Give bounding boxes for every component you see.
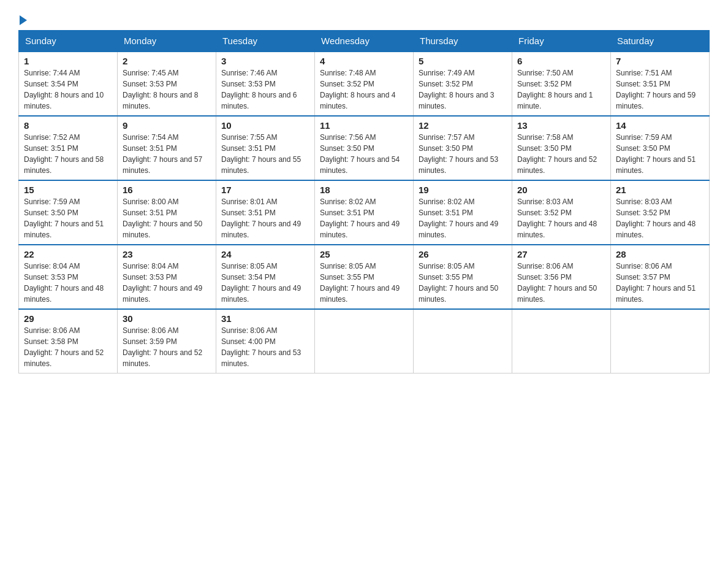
day-number: 22: [24, 249, 112, 259]
table-row: 25 Sunrise: 8:05 AM Sunset: 3:55 PM Dayl…: [315, 245, 414, 309]
day-info: Sunrise: 8:06 AM Sunset: 3:56 PM Dayligh…: [517, 261, 605, 305]
day-number: 18: [320, 185, 408, 195]
day-info: Sunrise: 7:58 AM Sunset: 3:50 PM Dayligh…: [517, 132, 605, 176]
day-info: Sunrise: 7:56 AM Sunset: 3:50 PM Dayligh…: [320, 132, 408, 176]
day-info: Sunrise: 7:59 AM Sunset: 3:50 PM Dayligh…: [616, 132, 704, 176]
table-row: 26 Sunrise: 8:05 AM Sunset: 3:55 PM Dayl…: [414, 245, 512, 309]
day-info: Sunrise: 8:01 AM Sunset: 3:51 PM Dayligh…: [221, 196, 309, 240]
table-row: 3 Sunrise: 7:46 AM Sunset: 3:53 PM Dayli…: [216, 52, 315, 116]
table-row: 31 Sunrise: 8:06 AM Sunset: 4:00 PM Dayl…: [216, 309, 315, 373]
table-row: 9 Sunrise: 7:54 AM Sunset: 3:51 PM Dayli…: [118, 116, 216, 180]
day-number: 26: [419, 249, 507, 259]
logo-arrow-icon: [20, 15, 27, 25]
table-row: 12 Sunrise: 7:57 AM Sunset: 3:50 PM Dayl…: [414, 116, 512, 180]
day-info: Sunrise: 7:44 AM Sunset: 3:54 PM Dayligh…: [24, 67, 112, 112]
day-info: Sunrise: 7:52 AM Sunset: 3:51 PM Dayligh…: [24, 132, 112, 176]
table-row: 28 Sunrise: 8:06 AM Sunset: 3:57 PM Dayl…: [611, 245, 710, 309]
header-tuesday: Tuesday: [216, 31, 315, 52]
day-number: 11: [320, 120, 408, 131]
day-info: Sunrise: 7:45 AM Sunset: 3:53 PM Dayligh…: [123, 67, 211, 112]
table-row: [414, 309, 512, 373]
header-monday: Monday: [118, 31, 216, 52]
page-header: [18, 12, 710, 24]
header-wednesday: Wednesday: [315, 31, 414, 52]
day-info: Sunrise: 8:05 AM Sunset: 3:54 PM Dayligh…: [221, 261, 309, 305]
table-row: 17 Sunrise: 8:01 AM Sunset: 3:51 PM Dayl…: [216, 180, 315, 245]
table-row: 15 Sunrise: 7:59 AM Sunset: 3:50 PM Dayl…: [19, 180, 118, 245]
day-number: 5: [419, 56, 507, 66]
day-number: 13: [517, 120, 605, 131]
day-number: 23: [123, 249, 211, 259]
table-row: 29 Sunrise: 8:06 AM Sunset: 3:58 PM Dayl…: [19, 309, 118, 373]
day-info: Sunrise: 8:02 AM Sunset: 3:51 PM Dayligh…: [320, 196, 408, 240]
day-number: 28: [616, 249, 704, 259]
day-info: Sunrise: 8:06 AM Sunset: 3:58 PM Dayligh…: [24, 325, 112, 369]
logo: [18, 12, 27, 24]
calendar-week-4: 22 Sunrise: 8:04 AM Sunset: 3:53 PM Dayl…: [19, 245, 710, 309]
table-row: 20 Sunrise: 8:03 AM Sunset: 3:52 PM Dayl…: [512, 180, 611, 245]
calendar-week-1: 1 Sunrise: 7:44 AM Sunset: 3:54 PM Dayli…: [19, 52, 710, 116]
day-info: Sunrise: 7:55 AM Sunset: 3:51 PM Dayligh…: [221, 132, 309, 176]
calendar-week-2: 8 Sunrise: 7:52 AM Sunset: 3:51 PM Dayli…: [19, 116, 710, 180]
table-row: 18 Sunrise: 8:02 AM Sunset: 3:51 PM Dayl…: [315, 180, 414, 245]
table-row: 16 Sunrise: 8:00 AM Sunset: 3:51 PM Dayl…: [118, 180, 216, 245]
table-row: 30 Sunrise: 8:06 AM Sunset: 3:59 PM Dayl…: [118, 309, 216, 373]
table-row: 5 Sunrise: 7:49 AM Sunset: 3:52 PM Dayli…: [414, 52, 512, 116]
day-number: 16: [123, 185, 211, 195]
day-number: 2: [123, 56, 211, 66]
table-row: 27 Sunrise: 8:06 AM Sunset: 3:56 PM Dayl…: [512, 245, 611, 309]
day-info: Sunrise: 8:02 AM Sunset: 3:51 PM Dayligh…: [419, 196, 507, 240]
calendar-header-row: Sunday Monday Tuesday Wednesday Thursday…: [19, 31, 710, 52]
table-row: 19 Sunrise: 8:02 AM Sunset: 3:51 PM Dayl…: [414, 180, 512, 245]
logo-blue-part: [18, 15, 27, 24]
header-saturday: Saturday: [611, 31, 710, 52]
day-info: Sunrise: 8:00 AM Sunset: 3:51 PM Dayligh…: [123, 196, 211, 240]
day-number: 21: [616, 185, 704, 195]
day-info: Sunrise: 7:50 AM Sunset: 3:52 PM Dayligh…: [517, 67, 605, 112]
day-info: Sunrise: 8:03 AM Sunset: 3:52 PM Dayligh…: [616, 196, 704, 240]
table-row: [611, 309, 710, 373]
table-row: 10 Sunrise: 7:55 AM Sunset: 3:51 PM Dayl…: [216, 116, 315, 180]
day-number: 24: [221, 249, 309, 259]
header-thursday: Thursday: [414, 31, 512, 52]
day-number: 31: [221, 313, 309, 324]
day-number: 25: [320, 249, 408, 259]
day-number: 9: [123, 120, 211, 131]
day-info: Sunrise: 7:54 AM Sunset: 3:51 PM Dayligh…: [123, 132, 211, 176]
table-row: 22 Sunrise: 8:04 AM Sunset: 3:53 PM Dayl…: [19, 245, 118, 309]
day-info: Sunrise: 7:46 AM Sunset: 3:53 PM Dayligh…: [221, 67, 309, 112]
day-number: 6: [517, 56, 605, 66]
day-info: Sunrise: 7:51 AM Sunset: 3:51 PM Dayligh…: [616, 67, 704, 112]
table-row: 7 Sunrise: 7:51 AM Sunset: 3:51 PM Dayli…: [611, 52, 710, 116]
table-row: 1 Sunrise: 7:44 AM Sunset: 3:54 PM Dayli…: [19, 52, 118, 116]
day-number: 19: [419, 185, 507, 195]
header-friday: Friday: [512, 31, 611, 52]
table-row: 11 Sunrise: 7:56 AM Sunset: 3:50 PM Dayl…: [315, 116, 414, 180]
day-info: Sunrise: 8:03 AM Sunset: 3:52 PM Dayligh…: [517, 196, 605, 240]
day-number: 10: [221, 120, 309, 131]
day-number: 7: [616, 56, 704, 66]
calendar-week-5: 29 Sunrise: 8:06 AM Sunset: 3:58 PM Dayl…: [19, 309, 710, 373]
table-row: 13 Sunrise: 7:58 AM Sunset: 3:50 PM Dayl…: [512, 116, 611, 180]
day-number: 12: [419, 120, 507, 131]
day-number: 29: [24, 313, 112, 324]
table-row: 6 Sunrise: 7:50 AM Sunset: 3:52 PM Dayli…: [512, 52, 611, 116]
day-info: Sunrise: 8:05 AM Sunset: 3:55 PM Dayligh…: [320, 261, 408, 305]
day-number: 15: [24, 185, 112, 195]
day-number: 30: [123, 313, 211, 324]
day-info: Sunrise: 8:04 AM Sunset: 3:53 PM Dayligh…: [123, 261, 211, 305]
table-row: [315, 309, 414, 373]
day-number: 1: [24, 56, 112, 66]
day-info: Sunrise: 8:06 AM Sunset: 3:57 PM Dayligh…: [616, 261, 704, 305]
table-row: 14 Sunrise: 7:59 AM Sunset: 3:50 PM Dayl…: [611, 116, 710, 180]
day-info: Sunrise: 8:06 AM Sunset: 3:59 PM Dayligh…: [123, 325, 211, 369]
table-row: 8 Sunrise: 7:52 AM Sunset: 3:51 PM Dayli…: [19, 116, 118, 180]
table-row: 23 Sunrise: 8:04 AM Sunset: 3:53 PM Dayl…: [118, 245, 216, 309]
day-number: 27: [517, 249, 605, 259]
calendar-table: Sunday Monday Tuesday Wednesday Thursday…: [18, 30, 710, 373]
table-row: 21 Sunrise: 8:03 AM Sunset: 3:52 PM Dayl…: [611, 180, 710, 245]
table-row: 4 Sunrise: 7:48 AM Sunset: 3:52 PM Dayli…: [315, 52, 414, 116]
header-sunday: Sunday: [19, 31, 118, 52]
day-info: Sunrise: 8:06 AM Sunset: 4:00 PM Dayligh…: [221, 325, 309, 369]
table-row: 2 Sunrise: 7:45 AM Sunset: 3:53 PM Dayli…: [118, 52, 216, 116]
